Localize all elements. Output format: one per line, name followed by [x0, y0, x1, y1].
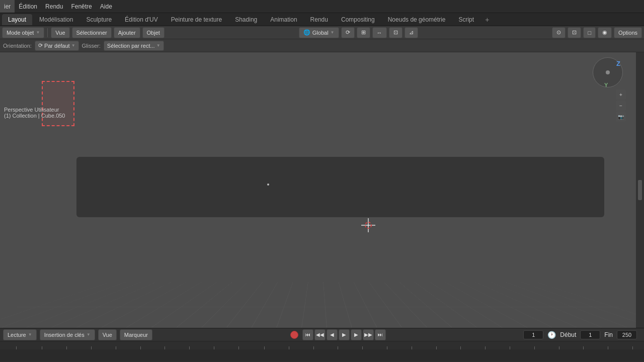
menu-item-fenetre[interactable]: Fenêtre [67, 0, 96, 13]
cursor-dot [267, 184, 269, 186]
viewport-shading-btn[interactable]: ⊙ [552, 27, 566, 38]
go-end-button[interactable]: ⏭ [375, 329, 386, 340]
add-workspace-tab-button[interactable]: + [481, 16, 493, 24]
par-defaut-icon: ⟳ [38, 42, 43, 49]
timeline-ruler: 1102030405060708090100110120130140150160… [0, 341, 644, 349]
ruler-tick: 140 [359, 341, 366, 349]
ruler-tick: 1 [15, 341, 18, 349]
fin-field[interactable]: 250 [617, 330, 637, 339]
objet-button[interactable]: Objet [142, 27, 165, 38]
mode-object-chevron: ▼ [36, 30, 40, 35]
next-keyframe-button[interactable]: ▶▶ [363, 329, 374, 340]
transform-btn-4[interactable]: ⊡ [389, 27, 403, 38]
mode-object-label: Mode objet [7, 30, 34, 36]
glisser-label: Glisser: [82, 43, 101, 49]
marqueur-label: Marqueur [124, 332, 148, 338]
ruler-tick: 180 [457, 341, 464, 349]
ruler-tick: 240 [604, 341, 612, 349]
selection-rect-chevron: ▼ [156, 43, 160, 48]
ruler-tick: 20 [64, 341, 69, 349]
timeline-content[interactable] [0, 349, 644, 360]
transform-btn-2[interactable]: ⊞ [357, 27, 370, 38]
step-back-button[interactable]: ◀ [327, 329, 338, 340]
menu-item-edition[interactable]: Édition [15, 0, 41, 13]
ajouter-button[interactable]: Ajouter [114, 27, 140, 38]
ruler-tick: 120 [310, 341, 317, 349]
vue-timeline-btn[interactable]: Vue [98, 329, 117, 340]
right-panel-strip[interactable] [636, 52, 644, 328]
lecture-chevron: ▼ [28, 332, 32, 337]
selectionner-label: Sélectionner [76, 30, 107, 36]
lecture-label: Lecture [8, 332, 26, 338]
tab-script[interactable]: Script [452, 14, 480, 25]
ruler-tick: 200 [506, 341, 514, 349]
viewport-gizmo[interactable]: Z Y [593, 57, 623, 87]
tab-compositing[interactable]: Compositing [335, 14, 381, 25]
svg-point-3 [368, 225, 369, 226]
tab-modelisation[interactable]: Modélisation [33, 14, 79, 25]
global-label: Global [312, 30, 329, 36]
insertion-cles-dropdown[interactable]: Insertion de clés ▼ [40, 329, 95, 340]
debut-label: Début [560, 331, 576, 338]
par-defaut-dropdown[interactable]: ⟳ Par défaut ▼ [35, 41, 79, 51]
par-defaut-chevron: ▼ [71, 43, 75, 48]
ruler-tick: 10 [40, 341, 45, 349]
go-start-button[interactable]: ⏮ [302, 329, 313, 340]
vue-timeline-label: Vue [103, 332, 112, 338]
debut-field[interactable]: 1 [580, 330, 600, 339]
main-viewport-area: Perspective Utilisateur (1) Collection |… [0, 52, 644, 328]
viewport-mode-btn[interactable]: ◉ [598, 27, 612, 38]
vue-button[interactable]: Vue [51, 27, 69, 38]
camera-btn[interactable]: 📷 [616, 112, 626, 122]
ruler-tick: 150 [383, 341, 391, 349]
gizmo-circle: Z Y [593, 57, 623, 87]
ruler-tick: 60 [163, 341, 168, 349]
zoom-in-btn[interactable]: + [616, 89, 626, 100]
tab-edition-uv[interactable]: Édition d'UV [119, 14, 164, 25]
viewport-overlay-btn[interactable]: ⊡ [568, 27, 581, 38]
workspace-tabs: Layout Modélisation Sculpture Édition d'… [0, 13, 644, 26]
3d-viewport[interactable]: Perspective Utilisateur (1) Collection |… [0, 52, 636, 328]
clock-icon: 🕐 [547, 331, 556, 339]
toolbar-sep-1 [47, 28, 48, 37]
transform-btn-1[interactable]: ⟳ [341, 27, 355, 38]
tab-peinture-texture[interactable]: Peinture de texture [165, 14, 228, 25]
options-button[interactable]: Options [614, 27, 642, 38]
menu-item-aide[interactable]: Aide [96, 0, 116, 13]
ruler-tick: 160 [408, 341, 416, 349]
selectionner-button[interactable]: Sélectionner [72, 27, 112, 38]
timeline-right-info: 1 🕐 Début 1 Fin 250 [523, 330, 637, 339]
zoom-out-btn[interactable]: − [616, 101, 626, 111]
current-frame-display[interactable]: 1 [523, 330, 543, 339]
ruler-tick: 40 [113, 341, 118, 349]
play-button[interactable]: ▶ [339, 329, 350, 340]
tab-noeuds-geometrie[interactable]: Noeuds de géométrie [382, 14, 452, 25]
step-forward-button[interactable]: ▶ [351, 329, 362, 340]
tab-layout[interactable]: Layout [2, 14, 32, 25]
ruler-tick: 190 [481, 341, 489, 349]
tab-shading[interactable]: Shading [229, 14, 263, 25]
viewport-xray-btn[interactable]: □ [583, 27, 596, 38]
playback-controls: ⏮ ◀◀ ◀ ▶ ▶ ▶▶ ⏭ [290, 329, 386, 340]
top-menu-bar: ier Édition Rendu Fenêtre Aide [0, 0, 644, 13]
transform-btn-3[interactable]: ↔ [372, 27, 387, 38]
tab-rendu[interactable]: Rendu [304, 14, 334, 25]
tab-sculpture[interactable]: Sculpture [80, 14, 118, 25]
marqueur-btn[interactable]: Marqueur [120, 329, 152, 340]
record-button[interactable] [290, 331, 298, 339]
menu-item-fichier[interactable]: ier [0, 0, 15, 13]
insertion-cles-label: Insertion de clés [44, 332, 85, 338]
transform-btn-5[interactable]: ⊿ [405, 27, 418, 38]
ruler-tick: 100 [261, 341, 268, 349]
selection-rect-dropdown[interactable]: Sélection par rect... ▼ [104, 41, 164, 51]
insertion-chevron: ▼ [87, 332, 91, 337]
prev-keyframe-button[interactable]: ◀◀ [314, 329, 326, 340]
lecture-dropdown[interactable]: Lecture ▼ [3, 329, 37, 340]
ruler-tick: 110 [285, 341, 293, 349]
global-transform-dropdown[interactable]: 🌐 Global ▼ [299, 27, 339, 38]
mode-object-dropdown[interactable]: Mode objet ▼ [2, 27, 44, 38]
tab-animation[interactable]: Animation [264, 14, 303, 25]
right-strip-handle [638, 180, 642, 200]
gizmo-dot [606, 70, 610, 74]
menu-item-rendu[interactable]: Rendu [41, 0, 67, 13]
